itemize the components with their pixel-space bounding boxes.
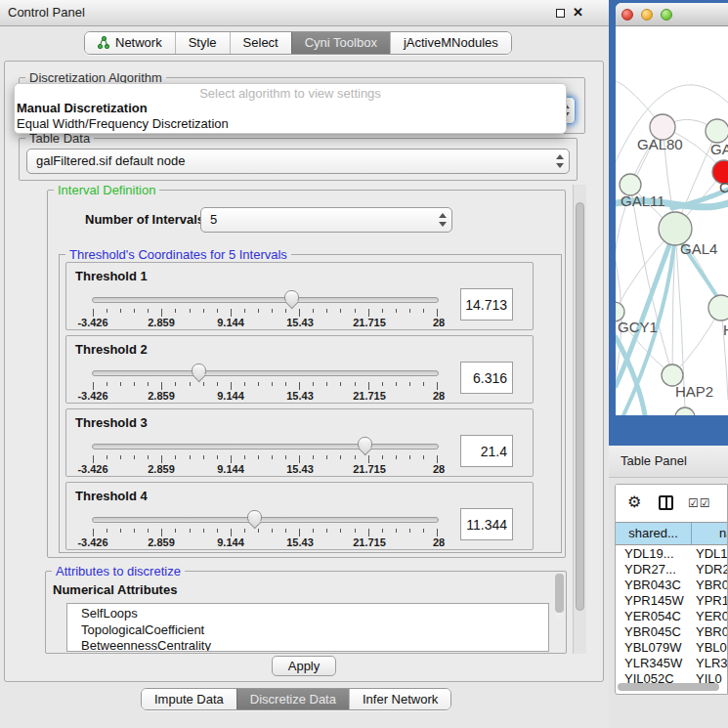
scrollbar-thumb[interactable] (576, 202, 584, 611)
tab-discretize-data[interactable]: Discretize Data (236, 689, 349, 709)
tick-mark (134, 455, 135, 459)
tick-mark (161, 382, 162, 390)
slider-thumb[interactable] (192, 364, 206, 375)
close-traffic-light-icon[interactable] (621, 9, 633, 21)
tick-mark (272, 309, 273, 313)
scrollbar-thumb[interactable] (555, 574, 564, 613)
tick-mark (244, 455, 245, 459)
list-vertical-scrollbar[interactable] (555, 574, 564, 618)
network-canvas[interactable]: GAL80GACGAL11GAL4GCY1HHAP2 (616, 26, 728, 415)
tab-select[interactable]: Select (230, 32, 291, 54)
table-row[interactable]: YDL19... YDL1 (616, 546, 728, 562)
right-region: GAL80GACGAL11GAL4GCY1HHAP2 Table Panel ⚙… (609, 0, 728, 728)
tick-mark (368, 529, 369, 536)
column-layout-icon[interactable] (659, 495, 673, 510)
network-node[interactable] (675, 407, 695, 415)
threshold-value-field[interactable] (460, 288, 513, 321)
network-window-titlebar (616, 3, 728, 26)
tick-mark (203, 382, 204, 386)
tab-impute-data[interactable]: Impute Data (142, 689, 236, 709)
table-row[interactable]: YPR145W YPR1 (616, 593, 728, 609)
table-row[interactable]: YBL079W YBL0 (616, 640, 728, 656)
tab-infer-network[interactable]: Infer Network (349, 689, 450, 709)
algorithm-dropdown-popup: Select algorithm to view settings Manual… (14, 83, 567, 134)
tick-mark (396, 455, 397, 459)
tick-mark (299, 529, 300, 536)
tick-mark (285, 382, 286, 386)
tick-mark (340, 529, 341, 533)
tick-mark (313, 382, 314, 386)
float-window-icon[interactable] (556, 9, 565, 18)
numerical-attributes-label: Numerical Attributes (53, 582, 177, 597)
slider-track[interactable] (92, 370, 439, 376)
slider-track[interactable] (92, 444, 439, 450)
threshold-value-field[interactable] (460, 508, 513, 540)
table-row[interactable]: YBR045C YBR0 (616, 624, 728, 640)
attribute-list-item[interactable]: BetweennessCentrality (81, 638, 548, 652)
tick-mark (285, 309, 286, 313)
table-row[interactable]: YER054C YER0 (616, 609, 728, 624)
number-of-intervals-combobox[interactable]: 5 (200, 207, 452, 233)
combo-stepper-icon (438, 213, 447, 227)
column-header-name[interactable]: na (692, 523, 728, 544)
option-equal-width-frequency[interactable]: Equal Width/Frequency Discretization (17, 116, 557, 132)
scrollbar-thumb[interactable] (618, 683, 719, 691)
tick-mark (396, 309, 397, 313)
threshold-label: Threshold 4 (75, 489, 148, 503)
dropdown-hint: Select algorithm to view settings (15, 86, 566, 101)
slider-track[interactable] (92, 297, 439, 303)
tick-mark (326, 309, 327, 313)
top-tab-bar: Network Style Select Cyni Toolbox jActiv… (0, 26, 609, 61)
tick-mark (258, 382, 259, 386)
tick-mark (107, 309, 107, 313)
zoom-traffic-light-icon[interactable] (661, 9, 672, 21)
apply-button[interactable]: Apply (272, 656, 336, 676)
attribute-list-item[interactable]: TopologicalCoefficient (81, 622, 548, 639)
tick-mark (120, 455, 121, 459)
content-vertical-scrollbar[interactable] (573, 185, 586, 654)
tick-mark (244, 309, 245, 313)
tick-mark (231, 309, 232, 317)
tick-mark (368, 382, 369, 390)
tab-network[interactable]: Network (85, 32, 175, 54)
slider-thumb[interactable] (247, 510, 262, 522)
tick-mark (382, 529, 383, 533)
tick-mark (382, 309, 383, 313)
tick-mark (326, 382, 327, 386)
threshold-value-field[interactable] (460, 435, 513, 467)
tick-mark (217, 309, 218, 313)
table-toolbar: ⚙ ☑☑ (616, 485, 727, 522)
minimize-traffic-light-icon[interactable] (641, 9, 653, 21)
tab-style[interactable]: Style (175, 32, 230, 54)
slider-thumb[interactable] (284, 290, 299, 302)
network-node[interactable] (706, 119, 728, 143)
attribute-list-item[interactable]: SelfLoops (81, 606, 548, 622)
network-node-label: HAP2 (675, 383, 713, 400)
table-data-combobox[interactable]: galFiltered.sif default node (26, 149, 570, 174)
tick-mark (134, 309, 135, 313)
tick-mark (437, 455, 438, 463)
tick-mark (258, 529, 259, 533)
threshold-box: Threshold 3 -3.426 2.859 9.144 15.43 (65, 408, 534, 477)
network-node[interactable] (708, 295, 728, 321)
tab-cyni-toolbox[interactable]: Cyni Toolbox (291, 32, 390, 54)
tick-mark (409, 455, 410, 459)
table-data-value: galFiltered.sif default node (36, 150, 185, 173)
tick-mark (326, 529, 327, 533)
table-row[interactable]: YLR345W YLR3 (616, 656, 728, 671)
tab-jactivemnodules[interactable]: jActiveMNodules (390, 32, 511, 54)
close-icon[interactable]: ✕ (573, 5, 583, 20)
option-manual-discretization[interactable]: Manual Discretization (17, 101, 557, 116)
table-row[interactable]: YBR043C YBR0 (616, 578, 728, 593)
tick-mark (93, 455, 94, 463)
tick-mark (175, 455, 176, 459)
slider-thumb[interactable] (358, 437, 372, 449)
column-header-shared-name[interactable]: shared... (616, 523, 692, 544)
gear-icon[interactable]: ⚙ (627, 492, 641, 511)
checkbox-icons[interactable]: ☑☑ (688, 496, 711, 510)
table-row[interactable]: YDR27... YDR2 (616, 562, 728, 578)
threshold-value-field[interactable] (460, 362, 513, 394)
tick-mark (107, 529, 107, 533)
table-horizontal-scrollbar[interactable] (618, 683, 725, 691)
slider-track[interactable] (92, 517, 439, 523)
